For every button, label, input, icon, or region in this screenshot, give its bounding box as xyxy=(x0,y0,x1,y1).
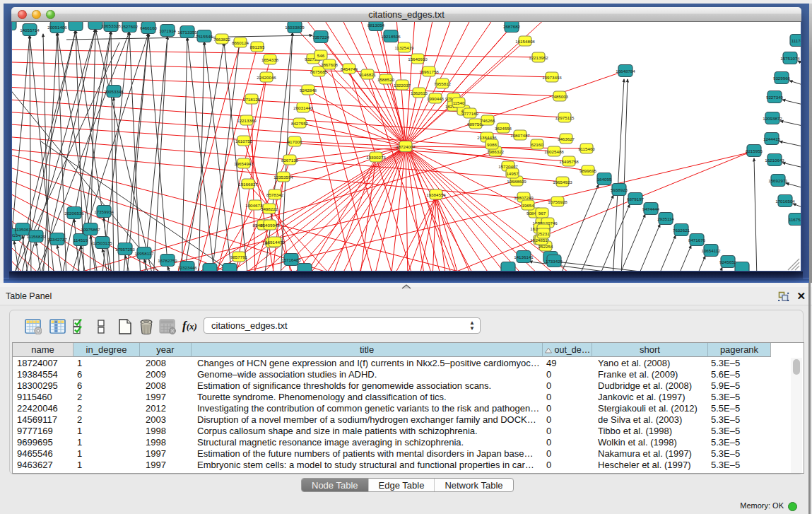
svg-text:16033809: 16033809 xyxy=(285,25,305,30)
svg-text:9227349: 9227349 xyxy=(766,95,784,100)
svg-text:6879197: 6879197 xyxy=(627,197,645,201)
svg-text:10688609: 10688609 xyxy=(507,179,526,184)
svg-text:967: 967 xyxy=(539,211,546,216)
svg-text:62160: 62160 xyxy=(531,142,543,147)
svg-text:1071914: 1071914 xyxy=(159,28,177,33)
svg-text:7515546: 7515546 xyxy=(196,34,213,39)
svg-text:19384554: 19384554 xyxy=(426,192,446,197)
svg-text:11540: 11540 xyxy=(453,100,465,105)
svg-text:3498222: 3498222 xyxy=(261,206,278,211)
svg-text:9245652: 9245652 xyxy=(719,259,737,264)
svg-text:8427552: 8427552 xyxy=(291,121,309,126)
svg-text:8813054: 8813054 xyxy=(367,23,385,28)
svg-text:85409948: 85409948 xyxy=(260,223,280,228)
svg-text:10653328: 10653328 xyxy=(101,23,121,28)
svg-text:18807249: 18807249 xyxy=(514,195,534,200)
svg-text:14055714: 14055714 xyxy=(20,28,40,33)
svg-text:26031440: 26031440 xyxy=(293,105,313,110)
svg-text:16961758: 16961758 xyxy=(419,69,439,74)
svg-text:8660124: 8660124 xyxy=(232,40,249,45)
svg-text:6466160: 6466160 xyxy=(140,25,158,30)
svg-text:9242848: 9242848 xyxy=(300,88,317,93)
svg-text:16914479: 16914479 xyxy=(265,240,285,245)
svg-text:17957253: 17957253 xyxy=(115,247,135,252)
svg-text:8471676: 8471676 xyxy=(688,238,706,243)
svg-text:20206536: 20206536 xyxy=(64,211,84,216)
svg-text:7485003: 7485003 xyxy=(551,94,569,99)
svg-text:9146821: 9146821 xyxy=(359,72,377,77)
svg-text:19166827: 19166827 xyxy=(238,182,258,187)
svg-text:11156829: 11156829 xyxy=(27,234,46,239)
svg-text:3624554: 3624554 xyxy=(495,126,512,131)
svg-text:15751074: 15751074 xyxy=(780,56,800,61)
svg-text:9463627: 9463627 xyxy=(558,136,575,141)
svg-text:1135061: 1135061 xyxy=(14,227,31,232)
svg-text:7357224: 7357224 xyxy=(312,35,330,40)
svg-text:7663822: 7663822 xyxy=(213,37,231,42)
svg-text:12093872: 12093872 xyxy=(763,116,782,121)
svg-text:9329966: 9329966 xyxy=(773,76,791,81)
svg-text:8267130: 8267130 xyxy=(281,158,299,163)
svg-text:11325419: 11325419 xyxy=(394,45,414,50)
svg-text:8215955: 8215955 xyxy=(746,148,763,153)
svg-text:15716485: 15716485 xyxy=(281,257,301,262)
svg-text:15495758: 15495758 xyxy=(559,159,579,164)
svg-text:1610755: 1610755 xyxy=(235,139,253,144)
svg-text:17016504: 17016504 xyxy=(775,199,795,204)
svg-text:19654943: 19654943 xyxy=(234,161,254,166)
svg-text:9086: 9086 xyxy=(487,142,497,147)
svg-text:15640910: 15640910 xyxy=(408,57,428,62)
svg-text:9777169: 9777169 xyxy=(461,111,479,116)
svg-text:30975867: 30975867 xyxy=(81,227,100,232)
svg-text:9474444: 9474444 xyxy=(642,206,660,211)
svg-text:11174: 11174 xyxy=(792,38,801,43)
svg-text:19300273: 19300273 xyxy=(366,155,386,160)
svg-text:12342737: 12342737 xyxy=(47,237,67,242)
svg-text:1362615: 1362615 xyxy=(411,90,428,95)
svg-text:12323446: 12323446 xyxy=(177,265,197,270)
svg-text:164095: 164095 xyxy=(597,177,612,182)
svg-text:12353594: 12353594 xyxy=(273,175,293,180)
svg-text:2687682: 2687682 xyxy=(503,24,521,29)
svg-text:891295: 891295 xyxy=(250,45,265,49)
svg-text:20053346: 20053346 xyxy=(104,89,124,94)
svg-text:9115460: 9115460 xyxy=(578,146,595,151)
svg-text:1990443: 1990443 xyxy=(427,96,445,101)
svg-text:9857791: 9857791 xyxy=(230,255,248,259)
svg-text:1322037: 1322037 xyxy=(394,83,411,88)
svg-text:10973493: 10973493 xyxy=(542,75,562,80)
svg-text:8578342: 8578342 xyxy=(266,192,284,197)
svg-text:5938923: 5938923 xyxy=(611,187,628,192)
svg-text:546: 546 xyxy=(317,53,325,58)
svg-text:1654338: 1654338 xyxy=(261,57,279,62)
svg-text:22420046: 22420046 xyxy=(257,75,276,80)
svg-text:12503135: 12503135 xyxy=(93,240,112,245)
svg-text:20091406: 20091406 xyxy=(47,25,67,30)
svg-text:2867608: 2867608 xyxy=(321,62,339,67)
svg-text:12975115: 12975115 xyxy=(555,115,575,120)
svg-text:8675685: 8675685 xyxy=(310,69,328,74)
svg-text:14957: 14957 xyxy=(506,171,519,176)
svg-text:2935114: 2935114 xyxy=(657,216,674,221)
svg-text:10958117: 10958117 xyxy=(134,251,154,256)
svg-text:19654: 19654 xyxy=(522,203,534,208)
svg-text:417006: 417006 xyxy=(288,139,302,144)
svg-text:114519: 114519 xyxy=(73,238,88,243)
svg-text:10756928: 10756928 xyxy=(548,199,567,204)
svg-text:18724007: 18724007 xyxy=(396,144,416,149)
svg-text:1588520: 1588520 xyxy=(377,77,395,82)
svg-text:19654923: 19654923 xyxy=(553,180,572,185)
svg-text:2718126: 2718126 xyxy=(243,97,261,102)
svg-text:16154808: 16154808 xyxy=(515,39,535,44)
svg-text:15692971: 15692971 xyxy=(768,178,788,183)
svg-text:7955812: 7955812 xyxy=(434,81,452,86)
svg-text:9899695: 9899695 xyxy=(579,168,597,173)
svg-text:10654112: 10654112 xyxy=(701,248,721,253)
svg-text:19218506: 19218506 xyxy=(381,34,401,39)
svg-text:10807487: 10807487 xyxy=(510,133,530,138)
svg-text:10025488: 10025488 xyxy=(544,149,564,154)
svg-text:7632621: 7632621 xyxy=(673,228,690,233)
svg-text:1527602: 1527602 xyxy=(121,24,139,29)
svg-text:14136141: 14136141 xyxy=(514,255,534,259)
svg-text:16782759: 16782759 xyxy=(158,258,177,263)
